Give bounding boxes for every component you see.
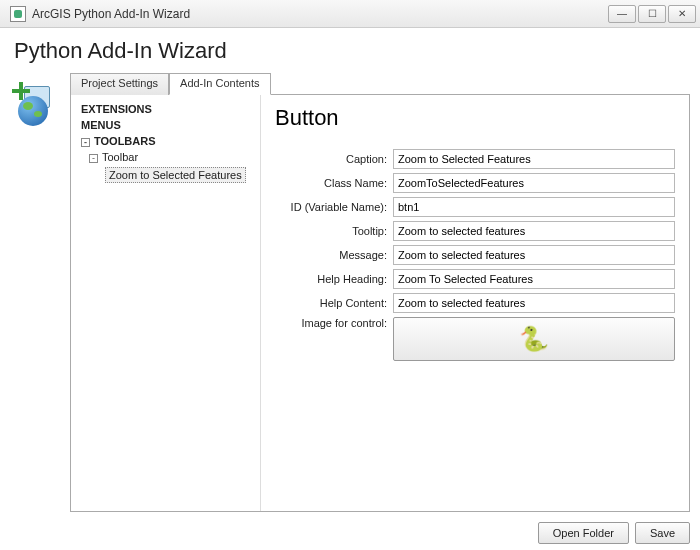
message-label: Message: (275, 249, 393, 261)
titlebar: ArcGIS Python Add-In Wizard — ☐ ✕ (0, 0, 700, 28)
tree-toolbar-label: Toolbar (102, 151, 138, 163)
helpheading-input[interactable] (393, 269, 675, 289)
helpcontent-input[interactable] (393, 293, 675, 313)
tree-extensions[interactable]: EXTENSIONS (75, 101, 256, 117)
close-button[interactable]: ✕ (668, 5, 696, 23)
content-panel: EXTENSIONS MENUS -TOOLBARS -Toolbar Zoom… (70, 94, 690, 512)
helpheading-label: Help Heading: (275, 273, 393, 285)
collapse-icon[interactable]: - (81, 138, 90, 147)
tree-toolbars[interactable]: -TOOLBARS (75, 133, 256, 149)
tree-toolbars-label: TOOLBARS (94, 135, 156, 147)
image-label: Image for control: (275, 317, 393, 329)
footer-buttons: Open Folder Save (538, 522, 690, 544)
caption-input[interactable] (393, 149, 675, 169)
wizard-icon (10, 80, 56, 126)
tree-view[interactable]: EXTENSIONS MENUS -TOOLBARS -Toolbar Zoom… (71, 95, 261, 511)
wizard-icon-pane (10, 72, 66, 512)
tree-menus[interactable]: MENUS (75, 117, 256, 133)
minimize-button[interactable]: — (608, 5, 636, 23)
tab-bar: Project Settings Add-In Contents (70, 72, 690, 94)
image-picker-button[interactable]: 🐍 (393, 317, 675, 361)
classname-label: Class Name: (275, 177, 393, 189)
message-input[interactable] (393, 245, 675, 265)
classname-input[interactable] (393, 173, 675, 193)
collapse-icon[interactable]: - (89, 154, 98, 163)
save-button[interactable]: Save (635, 522, 690, 544)
form-title: Button (275, 105, 675, 131)
id-label: ID (Variable Name): (275, 201, 393, 213)
page-title: Python Add-In Wizard (0, 28, 700, 72)
tree-toolbar[interactable]: -Toolbar (75, 149, 256, 165)
tab-addin-contents[interactable]: Add-In Contents (169, 73, 271, 95)
app-icon (10, 6, 26, 22)
tree-selected-label: Zoom to Selected Features (105, 167, 246, 183)
form-panel: Button Caption: Class Name: ID (Variable… (261, 95, 689, 511)
tooltip-input[interactable] (393, 221, 675, 241)
id-input[interactable] (393, 197, 675, 217)
open-folder-button[interactable]: Open Folder (538, 522, 629, 544)
tab-project-settings[interactable]: Project Settings (70, 73, 169, 95)
python-icon: 🐍 (519, 325, 549, 353)
helpcontent-label: Help Content: (275, 297, 393, 309)
tree-selected-item[interactable]: Zoom to Selected Features (75, 165, 256, 185)
window-title: ArcGIS Python Add-In Wizard (32, 7, 608, 21)
maximize-button[interactable]: ☐ (638, 5, 666, 23)
caption-label: Caption: (275, 153, 393, 165)
tooltip-label: Tooltip: (275, 225, 393, 237)
